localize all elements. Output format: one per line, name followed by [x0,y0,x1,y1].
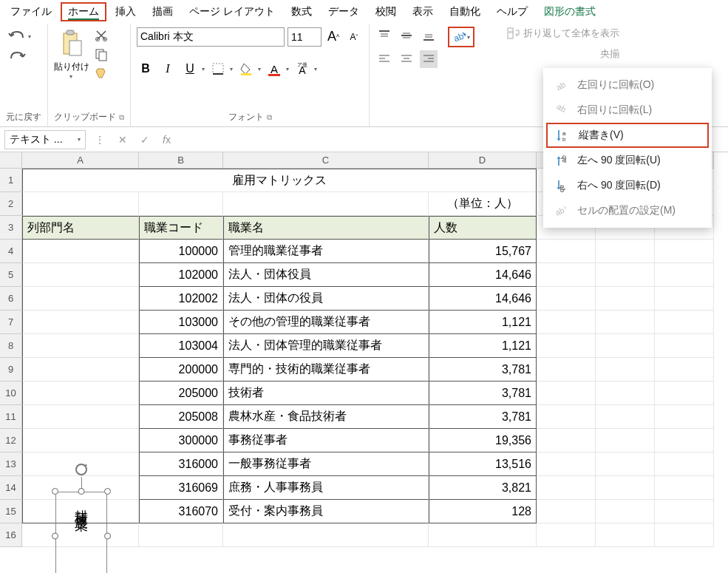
cell[interactable]: 102000 [139,263,223,287]
chevron-down-icon[interactable]: ▾ [202,66,205,72]
cell[interactable]: 雇用マトリックス [22,169,537,192]
cell[interactable] [596,334,655,358]
resize-handle[interactable] [104,533,111,540]
menu-help[interactable]: ヘルプ [489,2,535,21]
cell[interactable] [596,358,655,382]
cell[interactable]: 15,767 [429,240,537,263]
cell[interactable]: 102002 [139,287,223,311]
copy-button[interactable] [92,46,110,64]
menu-data[interactable]: データ [321,2,367,21]
cell[interactable] [22,240,139,263]
font-name-input[interactable] [137,27,285,47]
cell[interactable]: 農林水産・食品技術者 [223,405,429,429]
bold-button[interactable]: B [137,60,154,78]
cell[interactable]: 法人・団体の役員 [223,287,429,311]
font-color-button[interactable]: A [265,60,283,78]
cell[interactable]: 3,821 [429,476,537,500]
align-middle-button[interactable] [398,27,415,44]
cell[interactable]: 受付・案内事務員 [223,500,429,523]
cell[interactable]: 専門的・技術的職業従事者 [223,358,429,382]
row-header[interactable]: 10 [0,382,22,405]
cell[interactable] [223,523,429,547]
cell[interactable]: 職業名 [223,216,429,240]
column-header[interactable]: C [223,152,429,169]
cell[interactable] [655,358,714,382]
cell[interactable] [139,192,223,216]
cell[interactable] [655,240,714,263]
cell[interactable] [537,334,596,358]
cell[interactable]: 法人・団体役員 [223,263,429,287]
fill-color-button[interactable] [237,60,255,78]
cell[interactable]: 1,121 [429,334,537,358]
cell[interactable]: 103004 [139,334,223,358]
cell[interactable] [22,405,139,429]
cell[interactable] [537,240,596,263]
resize-handle[interactable] [104,488,111,495]
row-header[interactable]: 4 [0,240,22,263]
cell[interactable]: 人数 [429,216,537,240]
cell[interactable]: 316070 [139,500,223,523]
cell[interactable] [596,476,655,500]
dialog-launcher-icon[interactable]: ⧉ [267,113,272,122]
row-header[interactable]: 9 [0,358,22,382]
cell[interactable] [537,476,596,500]
row-header[interactable]: 2 [0,192,22,216]
cell[interactable] [537,405,596,429]
cell[interactable]: 103000 [139,311,223,334]
chevron-down-icon[interactable]: ▾ [28,33,31,40]
dialog-launcher-icon[interactable]: ⧉ [119,113,124,122]
menu-formulas[interactable]: 数式 [284,2,319,21]
cell[interactable] [655,452,714,476]
undo-button[interactable] [6,27,30,46]
cell[interactable] [596,500,655,523]
cell[interactable] [537,452,596,476]
cell[interactable] [655,334,714,358]
cell[interactable] [22,334,139,358]
dropdown-rotate-cw[interactable]: ab 右回りに回転(L) [543,98,712,123]
cell[interactable] [537,429,596,452]
cell[interactable] [537,287,596,311]
cancel-button[interactable]: ✕ [114,132,132,147]
cell[interactable]: 一般事務従事者 [223,452,429,476]
format-painter-button[interactable] [92,65,110,83]
cell[interactable] [429,523,537,547]
cell[interactable] [22,429,139,452]
cell[interactable]: 14,646 [429,287,537,311]
cell[interactable] [596,287,655,311]
row-header[interactable]: 12 [0,429,22,452]
cell[interactable]: 200000 [139,358,223,382]
cell[interactable] [596,240,655,263]
resize-handle[interactable] [78,488,85,495]
cell[interactable] [655,429,714,452]
row-header[interactable]: 16 [0,523,22,547]
orientation-button[interactable]: ab ▾ [448,27,474,47]
redo-button[interactable] [6,47,30,67]
menu-automate[interactable]: 自動化 [442,2,488,21]
dropdown-format-alignment[interactable]: ab セルの配置の設定(M) [543,198,712,223]
cell[interactable] [596,429,655,452]
row-header[interactable]: 3 [0,216,22,240]
column-header[interactable]: B [139,152,223,169]
cell[interactable]: 205008 [139,405,223,429]
column-header[interactable]: A [22,152,139,169]
cell[interactable] [596,523,655,547]
underline-button[interactable]: U [181,60,199,78]
cell[interactable]: 法人・団体管理的職業従事者 [223,334,429,358]
menu-insert[interactable]: 挿入 [108,2,143,21]
cell[interactable] [22,358,139,382]
cell[interactable]: 205000 [139,382,223,405]
cell[interactable]: 3,781 [429,358,537,382]
select-all-corner[interactable] [0,152,22,169]
merge-center-button[interactable]: 央揃 [507,47,619,61]
row-header[interactable]: 11 [0,405,22,429]
cell[interactable]: 1,121 [429,311,537,334]
row-header[interactable]: 13 [0,452,22,476]
resize-handle[interactable] [52,533,58,540]
align-left-button[interactable] [375,50,393,68]
cell[interactable]: 職業コード [139,216,223,240]
cell[interactable] [596,405,655,429]
italic-button[interactable]: I [159,60,177,78]
menu-view[interactable]: 表示 [405,2,440,21]
menu-review[interactable]: 校閲 [368,2,404,21]
cell[interactable]: 14,646 [429,263,537,287]
